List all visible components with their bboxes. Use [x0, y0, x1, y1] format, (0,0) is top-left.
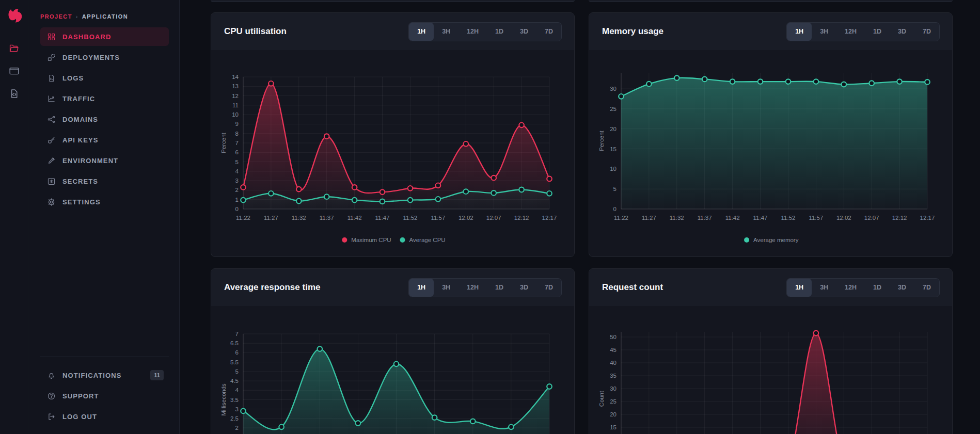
time-range-7d[interactable]: 7D: [536, 23, 561, 41]
breadcrumb-project[interactable]: PROJECT: [40, 13, 72, 20]
svg-text:10: 10: [232, 111, 239, 118]
svg-text:30: 30: [610, 86, 617, 92]
time-range-12h[interactable]: 12H: [836, 279, 865, 297]
svg-text:12:12: 12:12: [892, 215, 907, 221]
card-title: Memory usage: [602, 26, 663, 37]
time-range-1d[interactable]: 1D: [865, 279, 890, 297]
sidebar-item-secrets[interactable]: SECRETS: [40, 172, 169, 190]
sidebar-item-label: DEPLOYMENTS: [62, 54, 120, 61]
svg-text:Milliseconds: Milliseconds: [220, 383, 227, 416]
sidebar-item-api-keys[interactable]: API KEYS: [40, 131, 169, 149]
time-range-1h[interactable]: 1H: [787, 23, 812, 41]
sidebar-divider: [40, 357, 169, 357]
time-range-3d[interactable]: 3D: [890, 23, 914, 41]
sidebar-item-notifications[interactable]: NOTIFICATIONS11: [40, 366, 169, 384]
time-range-control: 1H3H12H1D3D7D: [786, 22, 940, 41]
time-range-7d[interactable]: 7D: [914, 23, 939, 41]
svg-text:2: 2: [235, 187, 239, 193]
svg-text:11:27: 11:27: [264, 215, 278, 221]
svg-text:2: 2: [235, 425, 239, 431]
time-range-1h[interactable]: 1H: [409, 23, 434, 41]
sidebar-item-label: NOTIFICATIONS: [62, 372, 121, 379]
svg-text:11:52: 11:52: [403, 215, 418, 221]
dashboard-content: CPU utilisation 1H3H12H1D3D7D 0123456789…: [180, 0, 980, 434]
time-range-3h[interactable]: 3H: [812, 23, 836, 41]
sidebar-item-log-out[interactable]: LOG OUT: [40, 407, 169, 426]
sidebar-item-label: LOG OUT: [62, 413, 97, 421]
svg-text:1: 1: [235, 197, 239, 203]
svg-text:5: 5: [235, 368, 239, 375]
svg-text:12:17: 12:17: [920, 215, 935, 221]
svg-text:11:32: 11:32: [292, 215, 306, 221]
bell-icon: [47, 371, 56, 380]
sidebar-item-label: API KEYS: [62, 136, 98, 144]
time-range-3d[interactable]: 3D: [512, 23, 536, 41]
time-range-control: 1H3H12H1D3D7D: [408, 278, 562, 297]
sidebar-item-logs[interactable]: LOGS: [40, 69, 169, 87]
deployments-icon: [47, 53, 56, 62]
breadcrumb-application[interactable]: APPLICATION: [82, 13, 128, 20]
svg-text:12:07: 12:07: [486, 215, 501, 221]
svg-text:12: 12: [232, 93, 239, 99]
sidebar-item-deployments[interactable]: DEPLOYMENTS: [40, 48, 169, 67]
time-range-1d[interactable]: 1D: [487, 279, 512, 297]
svg-text:4.5: 4.5: [230, 378, 239, 384]
sidebar-item-traffic[interactable]: TRAFFIC: [40, 89, 169, 108]
sidebar-item-label: DASHBOARD: [62, 33, 111, 41]
help-icon: [47, 392, 56, 400]
time-range-control: 1H3H12H1D3D7D: [786, 278, 940, 297]
svg-text:11:27: 11:27: [642, 215, 656, 221]
folder-open-icon: [9, 43, 20, 56]
sidebar-item-support[interactable]: SUPPORT: [40, 387, 169, 405]
logout-icon: [47, 412, 56, 421]
card-average-response-time: Average response time 1H3H12H1D3D7D 22.5…: [211, 268, 575, 434]
time-range-1d[interactable]: 1D: [487, 23, 512, 41]
time-range-1h[interactable]: 1H: [787, 279, 812, 297]
svg-text:6.5: 6.5: [230, 340, 239, 346]
sidebar-item-settings[interactable]: SETTINGS: [40, 192, 169, 211]
card-header: Request count 1H3H12H1D3D7D: [589, 269, 952, 306]
sidebar-item-environment[interactable]: ENVIRONMENT: [40, 151, 169, 170]
svg-text:5: 5: [235, 159, 239, 165]
time-range-3h[interactable]: 3H: [434, 23, 459, 41]
time-range-3h[interactable]: 3H: [434, 279, 459, 297]
svg-text:45: 45: [610, 347, 617, 353]
sidebar-item-label: SETTINGS: [62, 198, 101, 206]
svg-text:35: 35: [610, 373, 617, 379]
sidebar-item-label: TRAFFIC: [62, 95, 95, 103]
time-range-3d[interactable]: 3D: [890, 279, 914, 297]
time-range-1h[interactable]: 1H: [409, 279, 434, 297]
svg-text:11:37: 11:37: [320, 215, 334, 221]
time-range-3d[interactable]: 3D: [512, 279, 536, 297]
sidebar-item-label: ENVIRONMENT: [62, 157, 118, 165]
time-range-3h[interactable]: 3H: [812, 279, 836, 297]
svg-text:Percent: Percent: [598, 130, 605, 151]
rail-item-file-code[interactable]: [0, 85, 28, 104]
file-code-icon: [9, 88, 20, 101]
rail-item-credit-card[interactable]: [0, 62, 28, 82]
traffic-icon: [47, 94, 56, 103]
svg-text:11:57: 11:57: [431, 215, 445, 221]
settings-icon: [47, 198, 56, 206]
logs-icon: [47, 74, 56, 83]
svg-text:15: 15: [610, 424, 617, 430]
time-range-1d[interactable]: 1D: [865, 23, 890, 41]
time-range-7d[interactable]: 7D: [536, 279, 561, 297]
svg-text:11:42: 11:42: [347, 215, 362, 221]
credit-card-icon: [9, 66, 20, 78]
svg-text:11:22: 11:22: [614, 215, 628, 221]
time-range-7d[interactable]: 7D: [914, 279, 939, 297]
svg-text:7: 7: [235, 140, 239, 146]
svg-text:14: 14: [232, 74, 239, 80]
svg-text:8: 8: [235, 131, 239, 137]
time-range-12h[interactable]: 12H: [836, 23, 865, 41]
time-range-12h[interactable]: 12H: [459, 279, 487, 297]
sidebar-item-dashboard[interactable]: DASHBOARD: [40, 27, 169, 46]
svg-text:Percent: Percent: [220, 132, 227, 153]
svg-text:3.5: 3.5: [230, 397, 239, 403]
svg-text:Average memory: Average memory: [753, 237, 799, 243]
svg-text:40: 40: [610, 360, 617, 366]
time-range-12h[interactable]: 12H: [459, 23, 487, 41]
sidebar-item-domains[interactable]: DOMAINS: [40, 110, 169, 128]
rail-item-folder-open[interactable]: [0, 39, 28, 59]
